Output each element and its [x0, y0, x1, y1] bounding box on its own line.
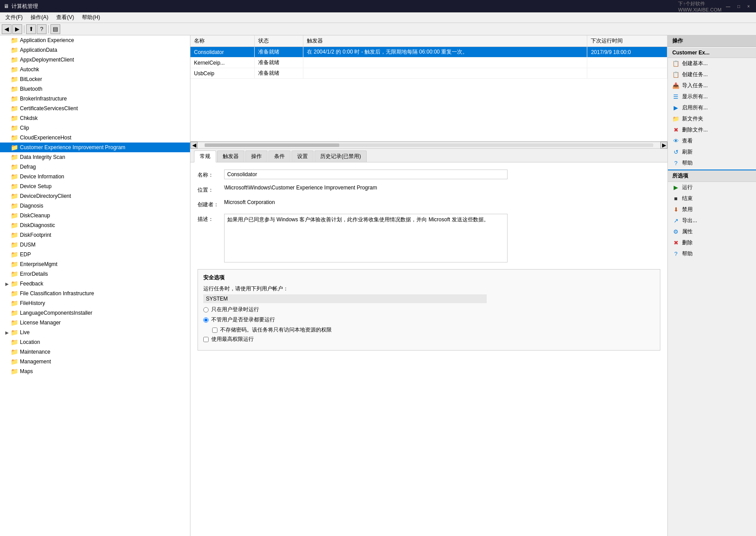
tree-item-appx[interactable]: 📁AppxDeploymentClient [0, 55, 190, 65]
desc-textarea[interactable] [224, 214, 508, 262]
selected-label-stop: 结束 [682, 195, 693, 202]
tree-item-cloud[interactable]: 📁CloudExperienceHost [0, 133, 190, 143]
tree-item-dis[interactable]: 📁Data Integrity Scan [0, 152, 190, 162]
horizontal-scrollbar[interactable]: ◀ ▶ [190, 142, 667, 149]
tree-item-bitlocker[interactable]: 📁BitLocker [0, 74, 190, 84]
tree-item-entmgmt[interactable]: 📁EnterpriseMgmt [0, 259, 190, 269]
folder-icon-maps: 📁 [11, 368, 18, 375]
selected-action-delete[interactable]: ✖删除 [668, 237, 756, 248]
menu-help[interactable]: 帮助(H) [78, 13, 104, 22]
task-row-usbceip[interactable]: UsbCeip准备就绪 [190, 68, 667, 79]
tree-item-errdet[interactable]: 📁ErrorDetails [0, 269, 190, 279]
tab-1[interactable]: 触发器 [217, 150, 244, 162]
col-name[interactable]: 名称 [190, 35, 255, 47]
tree-item-edp[interactable]: 📁EDP [0, 250, 190, 259]
tree-item-langcomp[interactable]: 📁LanguageComponentsInstaller [0, 308, 190, 318]
action-new-folder[interactable]: 📁新文件夹 [668, 113, 756, 124]
selected-action-properties[interactable]: ⚙属性 [668, 226, 756, 237]
tree-item-feedback[interactable]: ▶📁Feedback [0, 279, 190, 289]
maximize-btn[interactable]: □ [735, 4, 743, 9]
task-table: 名称 状态 触发器 下次运行时间 Consolidator准备就绪在 2004/… [190, 35, 667, 79]
tree-item-diskdiag[interactable]: 📁DiskDiagnostic [0, 220, 190, 230]
tree-item-autochk[interactable]: 📁Autochk [0, 65, 190, 74]
tree-item-chkdsk[interactable]: 📁Chkdsk [0, 113, 190, 123]
tree-item-broker[interactable]: 📁BrokerInfrastructure [0, 94, 190, 104]
action-create-task[interactable]: 📋创建任务... [668, 69, 756, 80]
action-enable-all[interactable]: ▶启用所有... [668, 102, 756, 113]
tab-5[interactable]: 历史记录(已禁用) [314, 150, 367, 162]
tree-label-chkdsk: Chkdsk [20, 115, 38, 121]
tree-item-bluetooth[interactable]: 📁Bluetooth [0, 84, 190, 94]
scroll-left[interactable]: ◀ [190, 142, 198, 149]
tree-item-clip[interactable]: 📁Clip [0, 123, 190, 133]
minimize-btn[interactable]: — [723, 4, 733, 9]
tree-item-management[interactable]: 📁Management [0, 357, 190, 366]
tab-3[interactable]: 条件 [268, 150, 291, 162]
col-nextrun[interactable]: 下次运行时间 [587, 35, 667, 47]
tab-2[interactable]: 操作 [245, 150, 268, 162]
toolbar-show[interactable]: ▤ [50, 24, 60, 34]
tree-item-app-data[interactable]: 📁ApplicationData [0, 45, 190, 55]
tree-item-live[interactable]: ▶📁Live [0, 328, 190, 337]
menu-view[interactable]: 查看(V) [53, 13, 78, 22]
tree-item-maintenance[interactable]: 📁Maintenance [0, 347, 190, 357]
tree-item-devsetup[interactable]: 📁Device Setup [0, 181, 190, 191]
toolbar-help[interactable]: ? [37, 24, 47, 34]
action-help[interactable]: ?帮助 [668, 158, 756, 169]
action-view[interactable]: 👁查看 [668, 135, 756, 147]
tree-item-ceip[interactable]: 📁Customer Experience Improvement Program [0, 143, 190, 152]
selected-action-disable[interactable]: ⬇禁用 [668, 204, 756, 215]
radio-always-input[interactable] [203, 317, 209, 323]
action-create-basic[interactable]: 📋创建基本... [668, 58, 756, 69]
task-row-consolidator[interactable]: Consolidator准备就绪在 2004/1/2 的 0:00 时 - 触发… [190, 47, 667, 58]
selected-action-help2[interactable]: ?帮助 [668, 248, 756, 259]
high-priv-checkbox[interactable] [203, 337, 209, 342]
tree-item-location[interactable]: 📁Location [0, 337, 190, 347]
toolbar-up[interactable]: ⬆ [26, 24, 36, 34]
menu-file[interactable]: 文件(F) [2, 13, 26, 22]
name-input[interactable] [224, 170, 508, 179]
tab-0[interactable]: 常规 [194, 150, 216, 162]
tree-item-defrag[interactable]: 📁Defrag [0, 162, 190, 172]
folder-icon-feedback: 📁 [11, 280, 18, 287]
tree-item-diskfoot[interactable]: 📁DiskFootprint [0, 230, 190, 240]
scrollbar-track[interactable] [205, 143, 653, 147]
tree-item-cert[interactable]: 📁CertificateServicesClient [0, 104, 190, 113]
tree-item-app-experience[interactable]: 📁Application Experience [0, 35, 190, 45]
menu-action[interactable]: 操作(A) [27, 13, 52, 22]
action-show-all[interactable]: ☰显示所有... [668, 91, 756, 102]
tree-item-devdir[interactable]: 📁DeviceDirectoryClient [0, 191, 190, 201]
action-refresh[interactable]: ↺刷新 [668, 147, 756, 158]
col-trigger[interactable]: 触发器 [303, 35, 587, 47]
tab-4[interactable]: 设置 [291, 150, 314, 162]
scrollbar-thumb[interactable] [205, 143, 339, 147]
tree-item-diagnosis[interactable]: 📁Diagnosis [0, 201, 190, 211]
action-import-task[interactable]: 📥导入任务... [668, 80, 756, 91]
selected-icon-export: ↗ [672, 217, 679, 224]
scroll-right[interactable]: ▶ [660, 142, 667, 149]
radio-logon-input[interactable] [203, 307, 209, 312]
tree-item-filehist[interactable]: 📁FileHistory [0, 298, 190, 308]
tree-item-maps[interactable]: 📁Maps [0, 366, 190, 376]
tree-item-devinfo[interactable]: 📁Device Information [0, 172, 190, 181]
col-status[interactable]: 状态 [255, 35, 303, 47]
tree-item-fci[interactable]: 📁File Classification Infrastructure [0, 289, 190, 298]
left-panel[interactable]: 📁Application Experience📁ApplicationData📁… [0, 35, 190, 536]
task-table-area[interactable]: 名称 状态 触发器 下次运行时间 Consolidator准备就绪在 2004/… [190, 35, 667, 142]
tree-item-licmgr[interactable]: 📁License Manager [0, 318, 190, 328]
tree-item-diskclean[interactable]: 📁DiskCleanup [0, 211, 190, 220]
tree-item-dusm[interactable]: 📁DUSM [0, 240, 190, 250]
selected-action-stop[interactable]: ■结束 [668, 193, 756, 204]
close-btn[interactable]: × [744, 4, 752, 9]
tree-label-clip: Clip [20, 125, 29, 131]
no-password-checkbox[interactable] [212, 328, 217, 333]
tree-label-maintenance: Maintenance [20, 349, 50, 355]
selected-action-run[interactable]: ▶运行 [668, 182, 756, 193]
radio-run-logon: 只在用户登录时运行 [203, 306, 655, 313]
task-row-kernelceip[interactable]: KernelCeip...准备就绪 [190, 58, 667, 68]
toolbar-forward[interactable]: ▶ [12, 24, 22, 34]
selected-action-export[interactable]: ↗导出... [668, 215, 756, 226]
author-value: Microsoft Corporation [224, 199, 660, 205]
toolbar-back[interactable]: ◀ [2, 24, 12, 34]
action-delete-folder[interactable]: ✖删除文件... [668, 124, 756, 135]
